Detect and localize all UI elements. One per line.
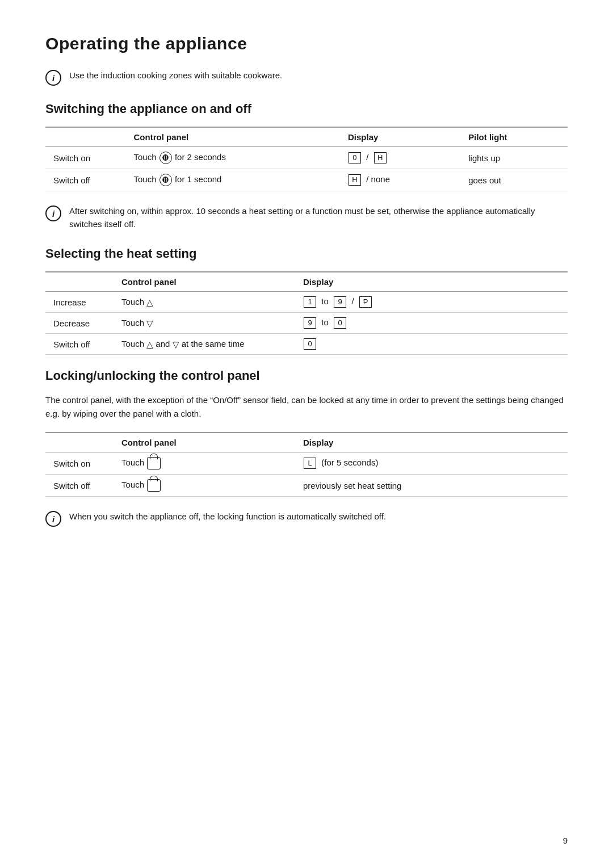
switching-row1-display: 0 / H xyxy=(340,147,460,169)
info-note-1-text: Use the induction cooking zones with sui… xyxy=(69,69,282,82)
switching-row2-pilot: goes out xyxy=(460,169,568,191)
heat-header-empty xyxy=(45,272,114,292)
display-char-0: 0 xyxy=(349,152,361,163)
lock-icon-2 xyxy=(147,479,161,492)
info-note-1: i Use the induction cooking zones with s… xyxy=(45,69,568,86)
heat-row1-label: Increase xyxy=(45,292,114,313)
section-locking-title: Locking/unlocking the control panel xyxy=(45,368,568,383)
switching-table: Control panel Display Pilot light Switch… xyxy=(45,127,568,191)
power-icon-2: ⓫ xyxy=(159,174,172,186)
display-0c: 0 xyxy=(304,338,316,350)
switching-row2-control: Touch ⓫ for 1 second xyxy=(126,169,340,191)
locking-header-control: Control panel xyxy=(114,433,295,452)
down-arrow-icon: ▽ xyxy=(146,318,153,329)
switching-header-empty xyxy=(45,127,126,147)
display-0b: 0 xyxy=(334,317,346,329)
heat-row2-label: Decrease xyxy=(45,313,114,334)
display-L: L xyxy=(304,458,316,469)
switching-row1-label: Switch on xyxy=(45,147,126,169)
switching-row2-label: Switch off xyxy=(45,169,126,191)
info-note-3: i When you switch the appliance off, the… xyxy=(45,510,568,527)
heat-row2-display: 9 to 0 xyxy=(295,313,568,334)
switching-row2-display: H / none xyxy=(340,169,460,191)
locking-row2-control: Touch xyxy=(114,475,295,497)
heat-row1-control: Touch △ xyxy=(114,292,295,313)
info-note-2: i After switching on, within approx. 10 … xyxy=(45,205,568,230)
locking-row2-display: previously set heat setting xyxy=(295,475,568,497)
info-icon-2: i xyxy=(45,206,61,221)
table-row: Switch on Touch L (for 5 seconds) xyxy=(45,452,568,475)
display-1: 1 xyxy=(304,296,316,308)
table-row: Decrease Touch ▽ 9 to 0 xyxy=(45,313,568,334)
table-row: Switch on Touch ⓫ for 2 seconds 0 / H li… xyxy=(45,147,568,169)
heat-row1-display: 1 to 9 / P xyxy=(295,292,568,313)
table-row: Increase Touch △ 1 to 9 / P xyxy=(45,292,568,313)
locking-row2-label: Switch off xyxy=(45,475,114,497)
info-note-3-text: When you switch the appliance off, the l… xyxy=(69,510,386,523)
table-row: Switch off Touch previously set heat set… xyxy=(45,475,568,497)
heat-table: Control panel Display Increase Touch △ 1… xyxy=(45,271,568,355)
display-9: 9 xyxy=(334,296,346,308)
up-arrow-icon-2: △ xyxy=(146,339,153,350)
section-heat-title: Selecting the heat setting xyxy=(45,246,568,261)
heat-header-control: Control panel xyxy=(114,272,295,292)
heat-row3-label: Switch off xyxy=(45,334,114,355)
power-icon: ⓫ xyxy=(159,152,172,164)
switching-header-display: Display xyxy=(340,127,460,147)
heat-row2-control: Touch ▽ xyxy=(114,313,295,334)
down-arrow-icon-2: ▽ xyxy=(173,339,179,350)
heat-header-display: Display xyxy=(295,272,568,292)
heat-row3-control: Touch △ and ▽ at the same time xyxy=(114,334,295,355)
info-icon-3: i xyxy=(45,511,61,527)
locking-paragraph: The control panel, with the exception of… xyxy=(45,393,568,421)
locking-header-display: Display xyxy=(295,433,568,452)
locking-row1-label: Switch on xyxy=(45,452,114,475)
switching-header-pilot: Pilot light xyxy=(460,127,568,147)
locking-row1-control: Touch xyxy=(114,452,295,475)
switching-row1-control: Touch ⓫ for 2 seconds xyxy=(126,147,340,169)
up-arrow-icon: △ xyxy=(146,297,153,308)
page-title: Operating the appliance xyxy=(45,34,568,53)
lock-icon xyxy=(147,457,161,469)
page-number: 9 xyxy=(563,836,568,845)
display-9b: 9 xyxy=(304,317,316,329)
switching-header-control: Control panel xyxy=(126,127,340,147)
table-row: Switch off Touch ⓫ for 1 second H / none… xyxy=(45,169,568,191)
heat-row3-display: 0 xyxy=(295,334,568,355)
table-row: Switch off Touch △ and ▽ at the same tim… xyxy=(45,334,568,355)
locking-row1-display: L (for 5 seconds) xyxy=(295,452,568,475)
display-char-H2: H xyxy=(349,174,361,186)
info-icon-1: i xyxy=(45,70,61,86)
info-note-2-text: After switching on, within approx. 10 se… xyxy=(69,205,568,230)
locking-header-empty xyxy=(45,433,114,452)
locking-table: Control panel Display Switch on Touch L … xyxy=(45,432,568,497)
display-P: P xyxy=(359,296,372,308)
section-switching-title: Switching the appliance on and off xyxy=(45,102,568,116)
display-char-H: H xyxy=(374,152,387,163)
switching-row1-pilot: lights up xyxy=(460,147,568,169)
